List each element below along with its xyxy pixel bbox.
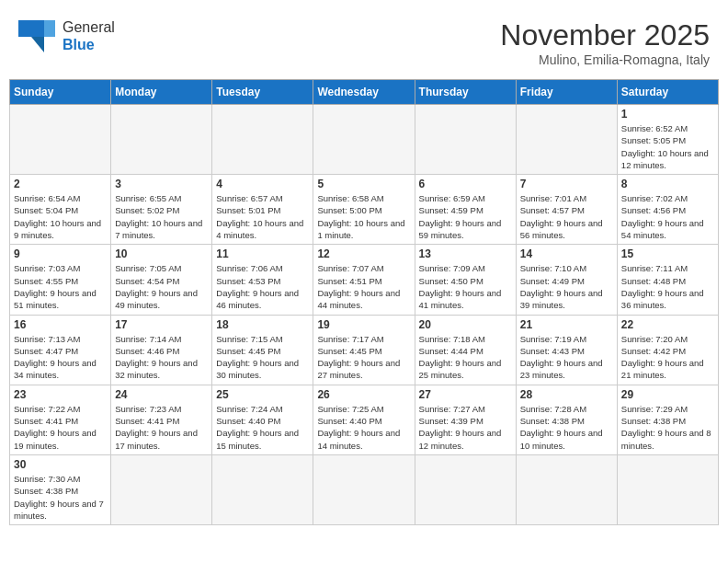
calendar-cell: 12Sunrise: 7:07 AM Sunset: 4:51 PM Dayli… [313,245,415,315]
calendar-cell [212,105,313,175]
calendar-cell: 3Sunrise: 6:55 AM Sunset: 5:02 PM Daylig… [111,175,212,245]
day-info: Sunrise: 7:23 AM Sunset: 4:41 PM Dayligh… [115,403,208,452]
day-info: Sunrise: 6:55 AM Sunset: 5:02 PM Dayligh… [115,192,208,241]
weekday-header-row: SundayMondayTuesdayWednesdayThursdayFrid… [10,80,719,105]
day-info: Sunrise: 7:01 AM Sunset: 4:57 PM Dayligh… [520,192,613,241]
day-number: 5 [317,178,410,190]
day-number: 4 [216,178,309,190]
day-number: 7 [520,178,613,190]
calendar-cell: 11Sunrise: 7:06 AM Sunset: 4:53 PM Dayli… [212,245,313,315]
month-title: November 2025 [500,18,710,52]
calendar-cell: 21Sunrise: 7:19 AM Sunset: 4:43 PM Dayli… [516,315,617,385]
day-number: 26 [317,388,410,401]
calendar-cell [313,454,415,524]
calendar-cell: 18Sunrise: 7:15 AM Sunset: 4:45 PM Dayli… [212,315,313,385]
calendar-cell: 23Sunrise: 7:22 AM Sunset: 4:41 PM Dayli… [10,385,111,454]
day-number: 19 [317,318,410,331]
calendar-cell: 29Sunrise: 7:29 AM Sunset: 4:38 PM Dayli… [617,385,718,454]
title-block: November 2025 Mulino, Emilia-Romagna, It… [500,18,710,67]
calendar-cell: 22Sunrise: 7:20 AM Sunset: 4:42 PM Dayli… [617,315,718,385]
week-row-1: 1Sunrise: 6:52 AM Sunset: 5:05 PM Daylig… [10,105,719,175]
day-info: Sunrise: 7:20 AM Sunset: 4:42 PM Dayligh… [621,333,714,382]
day-info: Sunrise: 7:30 AM Sunset: 4:38 PM Dayligh… [14,473,107,522]
calendar-cell: 14Sunrise: 7:10 AM Sunset: 4:49 PM Dayli… [516,245,617,315]
day-info: Sunrise: 7:10 AM Sunset: 4:49 PM Dayligh… [520,262,613,311]
calendar-table: SundayMondayTuesdayWednesdayThursdayFrid… [9,79,719,525]
weekday-header-sunday: Sunday [10,80,111,105]
svg-marker-1 [31,37,44,52]
calendar-cell [516,454,617,524]
day-info: Sunrise: 7:19 AM Sunset: 4:43 PM Dayligh… [520,333,613,382]
day-number: 10 [115,247,208,260]
calendar-cell: 9Sunrise: 7:03 AM Sunset: 4:55 PM Daylig… [10,245,111,315]
calendar-cell [111,454,212,524]
calendar-cell: 4Sunrise: 6:57 AM Sunset: 5:01 PM Daylig… [212,175,313,245]
weekday-header-saturday: Saturday [617,80,718,105]
calendar-cell: 6Sunrise: 6:59 AM Sunset: 4:59 PM Daylig… [415,175,516,245]
day-info: Sunrise: 6:58 AM Sunset: 5:00 PM Dayligh… [317,192,410,241]
location: Mulino, Emilia-Romagna, Italy [500,52,710,67]
calendar-cell: 16Sunrise: 7:13 AM Sunset: 4:47 PM Dayli… [10,315,111,385]
day-info: Sunrise: 6:54 AM Sunset: 5:04 PM Dayligh… [14,192,107,241]
day-number: 27 [419,388,512,401]
day-info: Sunrise: 7:28 AM Sunset: 4:38 PM Dayligh… [520,403,613,452]
calendar-cell: 20Sunrise: 7:18 AM Sunset: 4:44 PM Dayli… [415,315,516,385]
calendar-cell: 7Sunrise: 7:01 AM Sunset: 4:57 PM Daylig… [516,175,617,245]
week-row-4: 16Sunrise: 7:13 AM Sunset: 4:47 PM Dayli… [10,315,719,385]
calendar-cell: 5Sunrise: 6:58 AM Sunset: 5:00 PM Daylig… [313,175,415,245]
day-info: Sunrise: 7:11 AM Sunset: 4:48 PM Dayligh… [621,262,714,311]
day-number: 20 [419,318,512,331]
day-info: Sunrise: 6:57 AM Sunset: 5:01 PM Dayligh… [216,192,309,241]
calendar-cell: 1Sunrise: 6:52 AM Sunset: 5:05 PM Daylig… [617,105,718,175]
day-info: Sunrise: 7:17 AM Sunset: 4:45 PM Dayligh… [317,333,410,382]
calendar-cell [415,454,516,524]
calendar-cell: 30Sunrise: 7:30 AM Sunset: 4:38 PM Dayli… [10,454,111,524]
day-info: Sunrise: 7:13 AM Sunset: 4:47 PM Dayligh… [14,333,107,382]
day-info: Sunrise: 7:18 AM Sunset: 4:44 PM Dayligh… [419,333,512,382]
day-number: 25 [216,388,309,401]
day-number: 12 [317,247,410,260]
calendar-cell: 25Sunrise: 7:24 AM Sunset: 4:40 PM Dayli… [212,385,313,454]
week-row-5: 23Sunrise: 7:22 AM Sunset: 4:41 PM Dayli… [10,385,719,454]
week-row-2: 2Sunrise: 6:54 AM Sunset: 5:04 PM Daylig… [10,175,719,245]
calendar-cell [313,105,415,175]
weekday-header-tuesday: Tuesday [212,80,313,105]
day-number: 9 [14,247,107,260]
day-number: 17 [115,318,208,331]
calendar-cell: 2Sunrise: 6:54 AM Sunset: 5:04 PM Daylig… [10,175,111,245]
calendar-cell [617,454,718,524]
day-info: Sunrise: 7:02 AM Sunset: 4:56 PM Dayligh… [621,192,714,241]
calendar-cell: 17Sunrise: 7:14 AM Sunset: 4:46 PM Dayli… [111,315,212,385]
day-number: 28 [520,388,613,401]
calendar-cell: 27Sunrise: 7:27 AM Sunset: 4:39 PM Dayli… [415,385,516,454]
weekday-header-wednesday: Wednesday [313,80,415,105]
day-info: Sunrise: 7:22 AM Sunset: 4:41 PM Dayligh… [14,403,107,452]
day-number: 3 [115,178,208,190]
weekday-header-friday: Friday [516,80,617,105]
weekday-header-monday: Monday [111,80,212,105]
day-info: Sunrise: 7:24 AM Sunset: 4:40 PM Dayligh… [216,403,309,452]
day-info: Sunrise: 7:15 AM Sunset: 4:45 PM Dayligh… [216,333,309,382]
weekday-header-thursday: Thursday [415,80,516,105]
day-number: 2 [14,178,107,190]
calendar-cell: 28Sunrise: 7:28 AM Sunset: 4:38 PM Dayli… [516,385,617,454]
calendar-cell: 19Sunrise: 7:17 AM Sunset: 4:45 PM Dayli… [313,315,415,385]
day-info: Sunrise: 7:14 AM Sunset: 4:46 PM Dayligh… [115,333,208,382]
day-info: Sunrise: 7:29 AM Sunset: 4:38 PM Dayligh… [621,403,714,452]
day-number: 14 [520,247,613,260]
day-number: 21 [520,318,613,331]
calendar-cell: 15Sunrise: 7:11 AM Sunset: 4:48 PM Dayli… [617,245,718,315]
calendar-cell [111,105,212,175]
day-info: Sunrise: 6:52 AM Sunset: 5:05 PM Dayligh… [621,122,714,171]
day-number: 6 [419,178,512,190]
calendar-cell: 24Sunrise: 7:23 AM Sunset: 4:41 PM Dayli… [111,385,212,454]
page-header: General Blue November 2025 Mulino, Emili… [9,9,719,72]
logo: General Blue [18,18,115,53]
week-row-6: 30Sunrise: 7:30 AM Sunset: 4:38 PM Dayli… [10,454,719,524]
day-number: 23 [14,388,107,401]
day-number: 15 [621,247,714,260]
day-number: 11 [216,247,309,260]
day-number: 22 [621,318,714,331]
calendar-cell: 8Sunrise: 7:02 AM Sunset: 4:56 PM Daylig… [617,175,718,245]
week-row-3: 9Sunrise: 7:03 AM Sunset: 4:55 PM Daylig… [10,245,719,315]
